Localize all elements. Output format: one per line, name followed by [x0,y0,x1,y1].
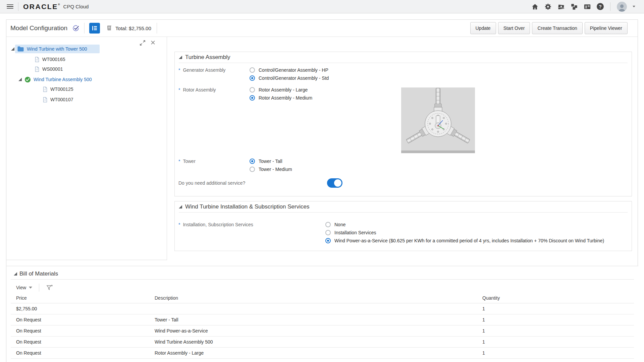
oracle-logo: ORACLE® [23,3,60,11]
complete-check-icon [24,76,31,83]
radio-generator-std[interactable]: Control/Generator Assembly - Std [250,74,329,82]
radio-unselected-icon[interactable] [250,67,255,73]
pipeline-viewer-button[interactable]: Pipeline Viewer [585,22,628,34]
radio-selected-icon[interactable] [250,159,255,164]
radio-unselected-icon[interactable] [325,230,331,235]
create-transaction-button[interactable]: Create Transaction [532,22,582,34]
section-header: Turbine Assembly [179,52,628,63]
cell-quantity: 1 [482,328,485,334]
radio-service-installation[interactable]: Installation Services [325,229,376,237]
radio-selected-icon[interactable] [325,238,331,243]
user-menu-caret-icon[interactable] [633,6,635,7]
table-row[interactable]: On Request Tower - Tall 1 [11,314,634,325]
cell-price: On Request [16,339,41,345]
document-icon [35,66,40,72]
bom-toolbar: View [16,284,53,292]
section-title: Wind Turbine Installation & Subscription… [185,203,309,210]
cell-quantity: 1 [482,306,485,311]
folder-icon [17,46,24,52]
table-row[interactable]: On Request Wind Turbine Assembly 500 1 [11,337,634,348]
hamburger-menu-icon[interactable] [7,4,13,9]
radio-service-none[interactable]: None [325,221,345,229]
tree-item[interactable]: WS00001 [35,65,63,73]
cell-price: On Request [16,328,41,334]
radio-rotor-large[interactable]: Rotor Assembly - Large [250,86,308,94]
radio-unselected-icon[interactable] [250,87,255,93]
radio-unselected-icon[interactable] [325,222,331,227]
settings-gear-icon[interactable] [544,3,552,10]
tree-item-assembly[interactable]: Wind Turbine Assembly 500 [18,75,92,84]
document-icon [43,86,48,92]
additional-service-toggle[interactable] [327,178,342,188]
radio-rotor-medium[interactable]: Rotor Assembly - Medium [250,94,312,102]
total-amount: Total: $2,755.00 [115,25,151,31]
view-menu-button[interactable]: View [16,285,26,290]
close-panel-icon[interactable] [150,40,156,48]
view-menu-caret-icon[interactable] [29,287,32,289]
section-header: Wind Turbine Installation & Subscription… [179,201,628,213]
update-button[interactable]: Update [470,22,496,34]
field-label-tower: * Tower [178,158,196,165]
bom-toolbar-divider [39,284,39,292]
cell-price: $2,755.00 [16,306,37,311]
model-tree-view-button[interactable] [89,23,100,34]
tree-item-label[interactable]: WT000125 [50,86,73,92]
expand-panel-icon[interactable] [139,40,146,48]
tree-panel-controls [139,40,156,48]
cell-description: Tower - Tall [155,317,178,322]
parts-blocks-icon[interactable] [571,3,578,10]
cell-quantity: 1 [482,317,485,322]
cell-description: Wind Turbine Assembly 500 [155,339,213,345]
toggle-knob [334,179,341,187]
section-turbine-assembly: Turbine Assembly * Generator Assembly Co… [174,52,632,196]
cell-quantity: 1 [482,339,485,345]
configuration-toolbar: Model Configuration Total: $2,755.00 Upd… [6,20,638,37]
radio-tower-tall[interactable]: Tower - Tall [250,157,282,165]
table-row[interactable]: On Request Rotor Assembly - Large 1 [11,348,634,359]
section-collapse-icon[interactable] [179,205,182,208]
required-mark: * [178,87,180,93]
tree-item-root[interactable]: Wind Turbine with Tower 500 [11,45,87,53]
model-tree-panel: Wind Turbine with Tower 500 WT000165 WS0… [6,37,167,260]
home-icon[interactable] [531,3,539,10]
tree-collapse-icon[interactable] [11,47,14,51]
tree-item-label[interactable]: Wind Turbine with Tower 500 [27,46,87,52]
column-header-description[interactable]: Description [155,295,178,301]
cell-price: On Request [16,317,41,322]
column-header-quantity[interactable]: Quantity [482,295,500,301]
required-mark: * [178,67,180,73]
action-buttons: Update Start Over Create Transaction Pip… [470,22,628,34]
rotor-assembly-product-image [401,87,475,153]
filter-add-icon[interactable] [46,284,53,291]
radio-selected-icon[interactable] [250,95,255,101]
tree-collapse-icon[interactable] [18,78,22,81]
tree-item[interactable]: WT000107 [43,95,73,104]
pricing-cash-icon[interactable] [557,3,565,10]
product-name: CPQ Cloud [63,4,89,9]
radio-tower-medium[interactable]: Tower - Medium [250,165,292,173]
tree-item-label[interactable]: WS00001 [42,66,63,72]
table-row[interactable]: On Request Wind Power-as-a-Service 1 [11,325,634,337]
radio-unselected-icon[interactable] [250,167,255,172]
start-over-button[interactable]: Start Over [498,22,530,34]
bom-collapse-icon[interactable] [14,272,17,276]
cell-description: Wind Power-as-a-Service [155,328,208,334]
table-row[interactable]: $2,755.00 1 [11,303,634,314]
tree-item-label[interactable]: WT000165 [42,57,65,62]
radio-service-wind-power[interactable]: Wind Power-as-a-Service ($0.625 per KWh … [325,237,604,245]
account-card-icon[interactable] [584,3,591,10]
tree-item-label[interactable]: WT000107 [50,97,73,102]
column-header-price[interactable]: Price [16,295,27,301]
validated-check-icon [72,24,79,32]
tree-item-label[interactable]: Wind Turbine Assembly 500 [34,77,92,82]
tree-item[interactable]: WT000165 [35,55,65,64]
help-icon[interactable]: ? [597,3,604,10]
section-collapse-icon[interactable] [179,56,182,59]
radio-selected-icon[interactable] [250,75,255,81]
user-avatar[interactable] [617,2,627,12]
tree-item[interactable]: WT000125 [43,85,73,94]
topbar-divider [610,2,610,11]
top-app-bar: ORACLE® CPQ Cloud ? [0,0,644,13]
bom-title: Bill of Materials [19,270,58,277]
radio-generator-hp[interactable]: Control/Generator Assembly - HP [250,66,328,74]
